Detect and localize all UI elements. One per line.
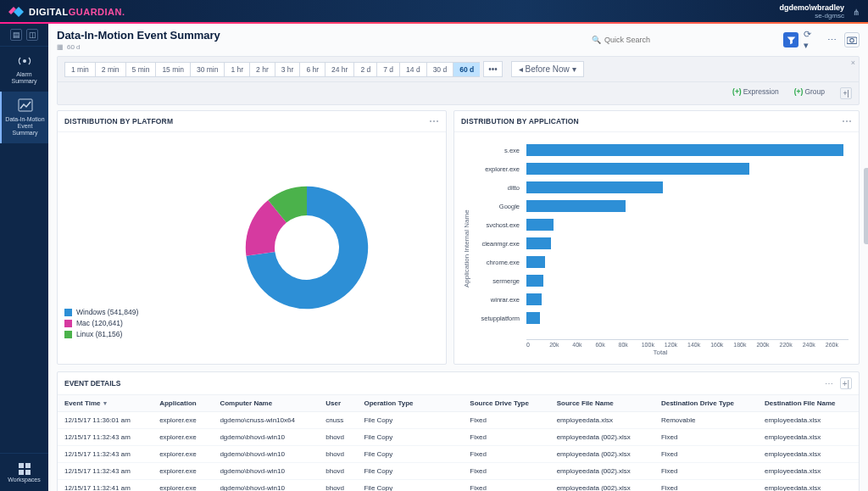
event-details-title: EVENT DETAILS: [64, 379, 120, 388]
bar-winrarexe[interactable]: [526, 293, 542, 305]
xaxis-tick: 0: [526, 342, 549, 348]
timeframe-6hr[interactable]: 6 hr: [299, 62, 325, 77]
right-scroll-handle[interactable]: [864, 168, 868, 244]
table-cell: 12/15/17 11:32:41 am: [58, 480, 153, 492]
col-user[interactable]: User: [319, 395, 357, 412]
bar-ditto[interactable]: [526, 181, 663, 193]
snapshot-button[interactable]: [844, 32, 860, 47]
timeframe-30d[interactable]: 30 d: [426, 62, 453, 77]
menu-icon[interactable]: ⋔: [853, 8, 860, 17]
col-operation-type[interactable]: Operation Type: [357, 395, 463, 412]
bar-chromeexe[interactable]: [526, 256, 545, 268]
table-cell: employeedata (002).xlsx: [550, 429, 654, 446]
table-add-button[interactable]: +|: [840, 377, 852, 389]
timeframe-2d[interactable]: 2 d: [353, 62, 376, 77]
bar-cleanmgrexe[interactable]: [526, 237, 551, 249]
col-source-file-name[interactable]: Source File Name: [550, 395, 654, 412]
table-cell: dgdemo\bhovd-win10: [213, 446, 319, 463]
quick-search[interactable]: 🔍: [592, 36, 778, 44]
timeframe-more[interactable]: •••: [483, 61, 503, 77]
add-expression[interactable]: (+)Expression: [732, 87, 779, 99]
legend-item-mac[interactable]: Mac (120,641): [64, 319, 175, 327]
bar-row: cleanmgr.exe: [472, 234, 849, 253]
table-cell: File Copy: [357, 446, 463, 463]
sidebar-item-alarm-summary[interactable]: Alarm Summary: [0, 47, 48, 92]
table-row[interactable]: 12/15/17 11:32:41 amexplorer.exedgdemo\b…: [58, 480, 859, 492]
timeframe-2hr[interactable]: 2 hr: [249, 62, 275, 77]
rail-grid-icon[interactable]: ▤: [10, 29, 22, 41]
panel-platform-more[interactable]: ⋯: [429, 116, 439, 126]
panel-application: DISTRIBUTION BY APPLICATION ⋯ Applicatio…: [453, 110, 860, 365]
col-destination-drive-type[interactable]: Destination Drive Type: [654, 395, 758, 412]
bar-svchostexe[interactable]: [526, 219, 554, 231]
more-button[interactable]: ⋯: [824, 32, 839, 47]
brand-text-a: DIGITAL: [29, 7, 69, 17]
timeframe-3hr[interactable]: 3 hr: [275, 62, 300, 77]
table-cell: explorer.exe: [153, 429, 213, 446]
refresh-button[interactable]: ⟳ ▾: [804, 32, 819, 47]
trend-icon: [18, 98, 33, 114]
table-row[interactable]: 12/15/17 11:32:43 amexplorer.exedgdemo\b…: [58, 429, 859, 446]
timeframe-15min[interactable]: 15 min: [155, 62, 190, 77]
panel-platform: DISTRIBUTION BY PLATFORM ⋯ Windows (541,…: [57, 110, 447, 365]
sidebar-item-dim-summary[interactable]: Data-In-Motion Event Summary: [0, 92, 48, 143]
search-input[interactable]: [604, 36, 778, 44]
table-cell: 12/15/17 11:32:43 am: [58, 429, 153, 446]
timeframe-1hr[interactable]: 1 hr: [224, 62, 249, 77]
table-cell: Fixed: [463, 463, 549, 480]
before-now-picker[interactable]: ◂ Before Now ▾: [511, 61, 584, 77]
col-source-drive-type[interactable]: Source Drive Type: [463, 395, 549, 412]
page-subtitle: 60 d: [67, 43, 81, 51]
panel-application-more[interactable]: ⋯: [842, 116, 852, 126]
user-box[interactable]: dgdemo\wbradley se-dgmsc: [779, 4, 844, 20]
timeframe-1min[interactable]: 1 min: [64, 62, 95, 77]
timeframe-14d[interactable]: 14 d: [399, 62, 426, 77]
table-row[interactable]: 12/15/17 11:36:01 amexplorer.exedgdemo\c…: [58, 412, 859, 429]
col-event-time[interactable]: Event Time: [58, 395, 153, 412]
table-cell: Fixed: [654, 463, 758, 480]
bar-explorerexe[interactable]: [526, 163, 749, 175]
table-cell: File Copy: [357, 429, 463, 446]
xaxis-tick: 240k: [803, 342, 826, 348]
add-group[interactable]: (+)Group: [794, 87, 825, 99]
event-details-panel: EVENT DETAILS ⋯ +| Event TimeApplication…: [57, 371, 860, 491]
bar-setupplatform[interactable]: [526, 312, 540, 324]
col-application[interactable]: Application: [153, 395, 213, 412]
bar-row: sermerge: [472, 271, 849, 290]
table-row[interactable]: 12/15/17 11:32:43 amexplorer.exedgdemo\b…: [58, 446, 859, 463]
xaxis-tick: 200k: [756, 342, 779, 348]
table-cell: 12/15/17 11:36:01 am: [58, 412, 153, 429]
rail-chart-icon[interactable]: ◫: [26, 29, 38, 41]
bar-sermerge[interactable]: [526, 275, 543, 287]
legend-item-windows[interactable]: Windows (541,849): [64, 308, 175, 316]
table-cell: Fixed: [463, 429, 549, 446]
timeframe-30min[interactable]: 30 min: [190, 62, 225, 77]
timeframe-7d[interactable]: 7 d: [376, 62, 399, 77]
svg-point-7: [850, 39, 854, 43]
col-destination-file-name[interactable]: Destination File Name: [758, 395, 859, 412]
timeframe-60d[interactable]: 60 d: [453, 62, 480, 77]
table-cell: explorer.exe: [153, 446, 213, 463]
close-icon[interactable]: ×: [851, 59, 855, 67]
sidebar-workspaces-label: Workspaces: [3, 477, 45, 483]
legend-item-linux[interactable]: Linux (81,156): [64, 330, 175, 338]
grid-icon: [18, 462, 31, 476]
timeframe-5min[interactable]: 5 min: [125, 62, 156, 77]
timeframe-24hr[interactable]: 24 hr: [325, 62, 353, 77]
platform-donut-chart: [226, 167, 387, 328]
table-more[interactable]: ⋯: [825, 379, 833, 388]
table-row[interactable]: 12/15/17 11:32:43 amexplorer.exedgdemo\b…: [58, 463, 859, 480]
table-cell: explorer.exe: [153, 463, 213, 480]
sidebar-workspaces[interactable]: Workspaces: [0, 453, 48, 491]
app-chart-ylabel: Application Internal Name: [461, 141, 472, 356]
expr-plus-button[interactable]: +|: [840, 87, 852, 99]
sidebar-item-label: Data-In-Motion Event Summary: [5, 116, 45, 137]
table-cell: File Copy: [357, 412, 463, 429]
col-computer-name[interactable]: Computer Name: [213, 395, 319, 412]
bar-sexe[interactable]: [526, 144, 843, 156]
filter-button[interactable]: [783, 32, 798, 47]
bar-Google[interactable]: [526, 200, 626, 212]
table-cell: Removable: [654, 412, 758, 429]
timeframe-2min[interactable]: 2 min: [95, 62, 125, 77]
panel-platform-title: DISTRIBUTION BY PLATFORM: [64, 117, 173, 126]
